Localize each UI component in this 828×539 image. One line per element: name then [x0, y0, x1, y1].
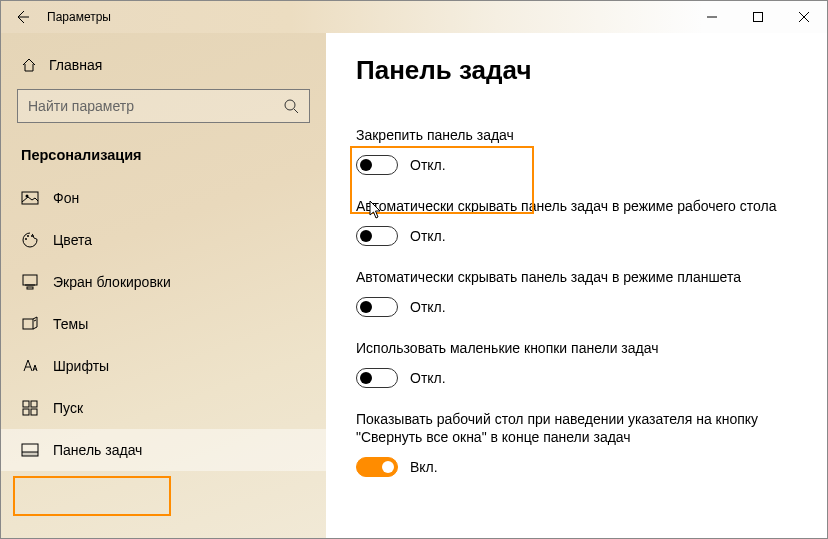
close-button[interactable] — [781, 1, 827, 33]
sidebar-item-fonts[interactable]: Шрифты — [1, 345, 326, 387]
svg-rect-15 — [22, 452, 38, 456]
font-icon — [21, 357, 39, 375]
titlebar: Параметры — [1, 1, 827, 33]
sidebar-item-taskbar[interactable]: Панель задач — [1, 429, 326, 471]
main: Главная Персонализация Фон Цвета Экран б… — [1, 33, 827, 538]
sidebar-item-start[interactable]: Пуск — [1, 387, 326, 429]
page-title: Панель задач — [356, 55, 797, 86]
taskbar-icon — [21, 441, 39, 459]
svg-point-4 — [25, 238, 27, 240]
svg-rect-11 — [31, 401, 37, 407]
toggle-lock-taskbar[interactable] — [356, 155, 398, 175]
setting-peek-desktop: Показывать рабочий стол при наведении ук… — [356, 410, 797, 478]
svg-rect-8 — [27, 287, 33, 289]
sidebar: Главная Персонализация Фон Цвета Экран б… — [1, 33, 326, 538]
start-icon — [21, 399, 39, 417]
close-icon — [799, 12, 809, 22]
svg-rect-7 — [23, 275, 37, 285]
toggle-peek-desktop[interactable] — [356, 457, 398, 477]
toggle-state: Откл. — [410, 299, 446, 315]
setting-autohide-tablet: Автоматически скрывать панель задач в ре… — [356, 268, 797, 317]
toggle-autohide-desktop[interactable] — [356, 226, 398, 246]
toggle-state: Откл. — [410, 228, 446, 244]
minimize-button[interactable] — [689, 1, 735, 33]
sidebar-item-label: Шрифты — [53, 358, 109, 374]
search-box[interactable] — [17, 89, 310, 123]
toggle-knob — [382, 461, 394, 473]
section-header: Персонализация — [1, 143, 326, 177]
minimize-icon — [707, 12, 717, 22]
toggle-knob — [360, 372, 372, 384]
picture-icon — [21, 189, 39, 207]
home-icon — [21, 57, 37, 73]
sidebar-item-label: Темы — [53, 316, 88, 332]
search-icon — [283, 98, 299, 114]
setting-autohide-desktop: Автоматически скрывать панель задач в ре… — [356, 197, 797, 246]
window-title: Параметры — [45, 10, 689, 24]
setting-small-buttons: Использовать маленькие кнопки панели зад… — [356, 339, 797, 388]
content: Панель задач Закрепить панель задач Откл… — [326, 33, 827, 538]
setting-label: Автоматически скрывать панель задач в ре… — [356, 197, 786, 216]
sidebar-item-label: Фон — [53, 190, 79, 206]
setting-label: Автоматически скрывать панель задач в ре… — [356, 268, 786, 287]
toggle-knob — [360, 301, 372, 313]
back-button[interactable] — [1, 1, 45, 33]
toggle-state: Вкл. — [410, 459, 438, 475]
themes-icon — [21, 315, 39, 333]
window-controls — [689, 1, 827, 33]
maximize-button[interactable] — [735, 1, 781, 33]
svg-rect-0 — [754, 13, 763, 22]
svg-rect-13 — [31, 409, 37, 415]
sidebar-item-label: Цвета — [53, 232, 92, 248]
lockscreen-icon — [21, 273, 39, 291]
arrow-left-icon — [15, 9, 31, 25]
sidebar-item-themes[interactable]: Темы — [1, 303, 326, 345]
toggle-autohide-tablet[interactable] — [356, 297, 398, 317]
maximize-icon — [753, 12, 763, 22]
home-link[interactable]: Главная — [1, 55, 326, 89]
sidebar-item-background[interactable]: Фон — [1, 177, 326, 219]
svg-rect-12 — [23, 409, 29, 415]
toggle-state: Откл. — [410, 370, 446, 386]
sidebar-item-label: Пуск — [53, 400, 83, 416]
sidebar-item-label: Панель задач — [53, 442, 142, 458]
palette-icon — [21, 231, 39, 249]
sidebar-item-lockscreen[interactable]: Экран блокировки — [1, 261, 326, 303]
toggle-knob — [360, 230, 372, 242]
setting-lock-taskbar: Закрепить панель задач Откл. — [356, 126, 797, 175]
toggle-state: Откл. — [410, 157, 446, 173]
svg-rect-9 — [23, 319, 33, 329]
toggle-knob — [360, 159, 372, 171]
search-input[interactable] — [28, 98, 283, 114]
setting-label: Использовать маленькие кнопки панели зад… — [356, 339, 786, 358]
svg-point-6 — [31, 235, 33, 237]
sidebar-item-label: Экран блокировки — [53, 274, 171, 290]
svg-rect-10 — [23, 401, 29, 407]
svg-point-1 — [285, 100, 295, 110]
home-label: Главная — [49, 57, 102, 73]
toggle-small-buttons[interactable] — [356, 368, 398, 388]
svg-point-5 — [27, 235, 29, 237]
setting-label: Закрепить панель задач — [356, 126, 786, 145]
setting-label: Показывать рабочий стол при наведении ук… — [356, 410, 786, 448]
sidebar-item-colors[interactable]: Цвета — [1, 219, 326, 261]
